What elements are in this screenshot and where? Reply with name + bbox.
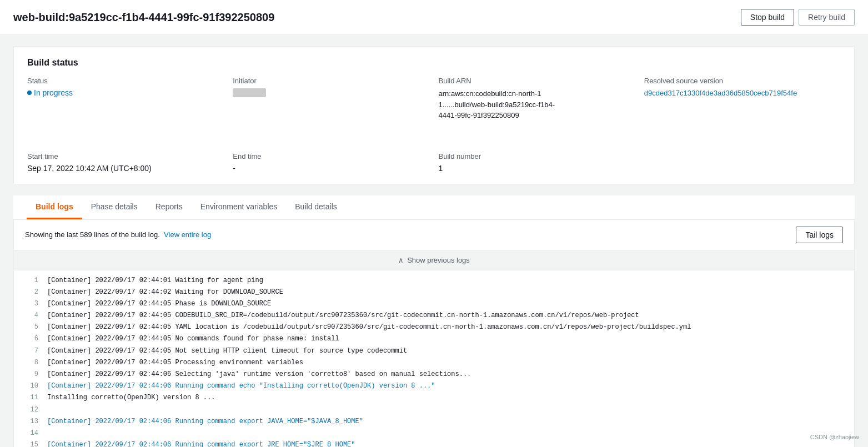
logs-section: Showing the last 589 lines of the build … (13, 219, 855, 448)
log-text: [Container] 2022/09/17 02:44:05 Not sett… (47, 346, 407, 356)
build-status-card: Build status Status In progress Initiato… (13, 46, 855, 184)
line-number: 6 (21, 334, 38, 344)
initiator-label: Initiator (233, 77, 429, 85)
show-previous-logs-button[interactable]: ∧ Show previous logs (14, 250, 854, 270)
status-label: Status (27, 77, 224, 85)
log-text: Installing corretto(OpenJDK) version 8 .… (47, 393, 215, 403)
log-line: 9[Container] 2022/09/17 02:44:06 Selecti… (14, 369, 854, 380)
log-text: [Container] 2022/09/17 02:44:05 YAML loc… (47, 322, 691, 333)
line-number: 9 (21, 369, 38, 380)
log-line: 3[Container] 2022/09/17 02:44:05 Phase i… (14, 298, 854, 310)
logs-summary: Showing the last 589 lines of the build … (25, 230, 160, 239)
chevron-up-icon: ∧ (398, 256, 404, 264)
log-line: 11Installing corretto(OpenJDK) version 8… (14, 392, 854, 404)
log-text: [Container] 2022/09/17 02:44:02 Waiting … (47, 287, 283, 298)
status-dot (27, 91, 32, 95)
build-number-value: 1 (439, 164, 635, 173)
line-number: 5 (21, 322, 38, 333)
tabs-container: Build logsPhase detailsReportsEnvironmen… (13, 195, 855, 219)
log-line: 10[Container] 2022/09/17 02:44:06 Runnin… (14, 380, 854, 392)
resolved-source-link[interactable]: d9cded317c1330f4de3ad36d5850cecb719f54fe (644, 89, 797, 97)
line-number: 13 (21, 416, 38, 427)
start-time-label: Start time (27, 152, 224, 160)
log-text: [Container] 2022/09/17 02:44:06 Selectin… (47, 369, 471, 380)
line-number: 2 (21, 287, 38, 298)
tab-environment-variables[interactable]: Environment variables (192, 195, 287, 219)
status-text: In progress (34, 88, 73, 97)
initiator-value (233, 88, 429, 99)
content-area: Build status Status In progress Initiato… (0, 35, 868, 447)
build-number-field: Build number 1 (439, 152, 635, 173)
start-time-field: Start time Sep 17, 2022 10:42 AM (UTC+8:… (27, 152, 224, 173)
logs-header-text: Showing the last 589 lines of the build … (25, 230, 211, 239)
log-line: 5[Container] 2022/09/17 02:44:05 YAML lo… (14, 322, 854, 333)
page-header: web-build:9a5219cc-f1b4-4441-99fc-91f392… (0, 0, 868, 35)
end-time-value: - (233, 164, 429, 173)
log-text: [Container] 2022/09/17 02:44:05 Phase is… (47, 299, 271, 309)
log-line: 13[Container] 2022/09/17 02:44:06 Runnin… (14, 416, 854, 428)
line-number: 14 (21, 428, 38, 439)
end-time-field: End time - (233, 152, 429, 173)
view-entire-log-link[interactable]: View entire log (164, 230, 211, 239)
tabs: Build logsPhase detailsReportsEnvironmen… (27, 195, 841, 219)
log-line: 6[Container] 2022/09/17 02:44:05 No comm… (14, 333, 854, 345)
tab-build-details[interactable]: Build details (286, 195, 346, 219)
log-text: [Container] 2022/09/17 02:44:06 Running … (47, 381, 435, 391)
log-line: 7[Container] 2022/09/17 02:44:05 Not set… (14, 345, 854, 357)
line-number: 3 (21, 299, 38, 309)
initiator-field: Initiator (233, 77, 429, 121)
status-grid: Status In progress Initiator Build ARN a… (27, 77, 841, 173)
line-number: 4 (21, 310, 38, 321)
build-arn-field: Build ARN arn:aws:cn:codebuild:cn-north-… (439, 77, 635, 121)
log-line: 15[Container] 2022/09/17 02:44:06 Runnin… (14, 439, 854, 447)
retry-build-button[interactable]: Retry build (799, 9, 855, 26)
log-text: [Container] 2022/09/17 02:44:06 Running … (47, 440, 355, 447)
line-number: 1 (21, 275, 38, 286)
log-text: [Container] 2022/09/17 02:44:06 Running … (47, 416, 363, 427)
log-line: 2[Container] 2022/09/17 02:44:02 Waiting… (14, 287, 854, 298)
log-text: [Container] 2022/09/17 02:44:05 Processi… (47, 358, 303, 368)
initiator-blurred (233, 88, 266, 97)
watermark: CSDN @zhaojiew (810, 434, 859, 440)
log-line: 14 (14, 428, 854, 439)
log-text: [Container] 2022/09/17 02:44:05 CODEBUIL… (47, 310, 639, 321)
log-line: 4[Container] 2022/09/17 02:44:05 CODEBUI… (14, 310, 854, 322)
logs-header: Showing the last 589 lines of the build … (14, 220, 854, 250)
build-arn-value: arn:aws:cn:codebuild:cn-north-1 1......b… (439, 88, 635, 121)
spacer2 (233, 132, 429, 141)
tab-phase-details[interactable]: Phase details (82, 195, 147, 219)
line-number: 15 (21, 440, 38, 447)
status-field: Status In progress (27, 77, 224, 121)
build-number-label: Build number (439, 152, 635, 160)
log-lines: 1[Container] 2022/09/17 02:44:01 Waiting… (14, 270, 854, 448)
page-title: web-build:9a5219cc-f1b4-4441-99fc-91f392… (13, 11, 274, 24)
tab-build-logs[interactable]: Build logs (27, 195, 82, 219)
end-time-label: End time (233, 152, 429, 160)
header-actions: Stop build Retry build (741, 9, 855, 26)
spacer3 (439, 132, 635, 141)
log-text: [Container] 2022/09/17 02:44:05 No comma… (47, 334, 339, 344)
status-value: In progress (27, 88, 224, 97)
show-previous-label: Show previous logs (407, 256, 470, 264)
line-number: 12 (21, 405, 38, 415)
build-status-title: Build status (27, 58, 841, 68)
stop-build-button[interactable]: Stop build (741, 9, 794, 26)
build-arn-label: Build ARN (439, 77, 635, 85)
log-line: 8[Container] 2022/09/17 02:44:05 Process… (14, 357, 854, 369)
line-number: 8 (21, 358, 38, 368)
resolved-source-field: Resolved source version d9cded317c1330f4… (644, 77, 841, 121)
log-line: 1[Container] 2022/09/17 02:44:01 Waiting… (14, 275, 854, 287)
spacer4 (644, 132, 841, 141)
line-number: 7 (21, 346, 38, 356)
spacer1 (27, 132, 224, 141)
tail-logs-button[interactable]: Tail logs (796, 227, 843, 243)
tab-reports[interactable]: Reports (147, 195, 192, 219)
resolved-source-label: Resolved source version (644, 77, 841, 85)
empty-field (644, 152, 841, 173)
log-line: 12 (14, 404, 854, 416)
line-number: 10 (21, 381, 38, 391)
line-number: 11 (21, 393, 38, 403)
start-time-value: Sep 17, 2022 10:42 AM (UTC+8:00) (27, 164, 224, 173)
log-text: [Container] 2022/09/17 02:44:01 Waiting … (47, 275, 263, 286)
